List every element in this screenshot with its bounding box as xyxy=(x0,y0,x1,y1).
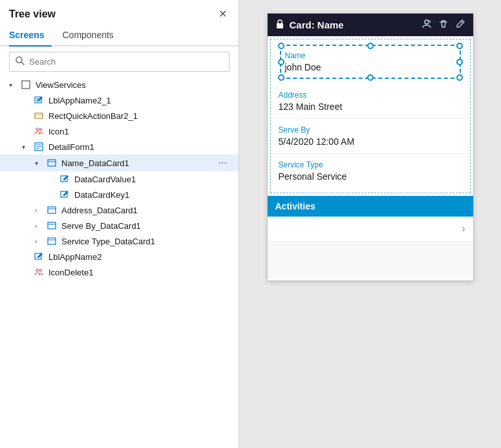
chevron-down-icon: ▾ xyxy=(9,81,19,89)
svg-rect-18 xyxy=(48,207,56,213)
chevron-down-icon: ▾ xyxy=(22,144,32,151)
card-outer-selection: Name john Doe Address 123 Main Street Se… xyxy=(270,39,471,193)
tree-item-label: ViewServices xyxy=(36,80,229,90)
name-field[interactable]: Name john Doe xyxy=(280,45,461,79)
resize-handle-br[interactable] xyxy=(456,74,463,81)
svg-point-26 xyxy=(40,270,42,272)
delete-icon[interactable] xyxy=(438,19,449,31)
chevron-right-icon: › xyxy=(35,222,45,229)
tree-item-icondelete1[interactable]: IconDelete1 xyxy=(0,264,239,280)
svg-line-30 xyxy=(461,21,463,23)
card-title: Card: Name xyxy=(290,19,421,30)
serveby-field: Serve By 5/4/2020 12:00 AM xyxy=(271,119,470,154)
search-icon xyxy=(15,56,25,68)
svg-rect-27 xyxy=(277,23,283,28)
tree-item-label: LblAppName2 xyxy=(48,252,229,262)
tree-item-label: DetailForm1 xyxy=(48,142,229,152)
name-value: john Doe xyxy=(285,62,456,72)
tree-item-label: Serve By_DataCard1 xyxy=(61,221,229,231)
tree-tabs: Screens Components xyxy=(0,26,239,47)
resize-handle-ml[interactable] xyxy=(278,59,284,65)
svg-rect-14 xyxy=(48,160,56,166)
servicetype-field: Service Type Personal Service xyxy=(271,154,470,193)
resize-handle-tc[interactable] xyxy=(367,43,374,49)
name-label: Name xyxy=(285,51,456,60)
tree-item-label: Name_DataCard1 xyxy=(61,158,216,168)
tree-item-lblappname2-1[interactable]: LblAppName2_1 xyxy=(0,92,239,108)
edit-icon[interactable] xyxy=(455,19,465,31)
tree-item-name-datacard1[interactable]: ▾ Name_DataCard1 ··· xyxy=(0,155,239,171)
tree-item-label: Service Type_DataCard1 xyxy=(61,237,229,246)
people-icon xyxy=(32,267,45,277)
tree-title: Tree view xyxy=(9,8,56,20)
resize-handle-mr[interactable] xyxy=(456,59,463,65)
edit-label-icon xyxy=(58,174,71,184)
address-value: 123 Main Street xyxy=(279,101,462,112)
more-options-button[interactable]: ··· xyxy=(216,157,229,169)
chevron-right-icon: › xyxy=(462,223,465,235)
tree-content: ▾ ViewServices LblAppName2_1 RectQuickAc… xyxy=(0,77,239,448)
tree-item-address-datacard1[interactable]: › Address_DataCard1 xyxy=(0,202,239,218)
tree-item-detailform1[interactable]: ▾ DetailForm1 xyxy=(0,139,239,155)
tab-components[interactable]: Components xyxy=(62,26,121,45)
serveby-label: Serve By xyxy=(279,125,462,134)
resize-handle-tl[interactable] xyxy=(278,43,284,49)
tree-item-label: RectQuickActionBar2_1 xyxy=(48,111,229,121)
preview-panel: Card: Name xyxy=(239,0,501,448)
tree-header: Tree view ✕ xyxy=(0,0,239,26)
search-box xyxy=(9,52,229,72)
people-icon xyxy=(32,126,45,136)
form-icon xyxy=(32,142,45,152)
svg-point-28 xyxy=(425,20,429,24)
tree-item-datacardvalue1[interactable]: DataCardValue1 xyxy=(0,171,239,187)
svg-point-0 xyxy=(16,57,22,63)
activities-bar: Activities xyxy=(268,196,473,217)
svg-line-29 xyxy=(429,20,431,23)
activities-row[interactable]: › xyxy=(268,217,473,242)
tree-item-label: Icon1 xyxy=(48,127,229,136)
svg-rect-6 xyxy=(35,113,43,118)
tree-item-label: DataCardKey1 xyxy=(74,190,229,200)
card-container: Card: Name xyxy=(267,13,474,281)
tree-item-rectquickactionbar[interactable]: RectQuickActionBar2_1 xyxy=(0,108,239,123)
svg-point-9 xyxy=(40,129,42,131)
tree-item-icon1[interactable]: Icon1 xyxy=(0,123,239,139)
tab-screens[interactable]: Screens xyxy=(9,26,52,47)
servicetype-label: Service Type xyxy=(279,160,462,169)
svg-line-1 xyxy=(21,62,24,65)
svg-point-25 xyxy=(36,269,39,272)
name-field-inner: Name john Doe xyxy=(281,46,460,78)
tree-item-viewservices[interactable]: ▾ ViewServices xyxy=(0,77,239,92)
close-button[interactable]: ✕ xyxy=(216,8,229,21)
tree-item-datacardkey1[interactable]: DataCardKey1 xyxy=(0,187,239,202)
resize-handle-bl[interactable] xyxy=(278,74,284,81)
tree-item-label: LblAppName2_1 xyxy=(48,96,229,105)
lock-icon xyxy=(275,19,284,31)
card-header: Card: Name xyxy=(268,14,473,36)
chevron-right-icon: › xyxy=(35,238,45,245)
tree-panel: Tree view ✕ Screens Components ▾ ViewSer… xyxy=(0,0,239,448)
servicetype-value: Personal Service xyxy=(279,171,462,182)
tree-item-label: IconDelete1 xyxy=(48,268,229,277)
resize-handle-tr[interactable] xyxy=(456,43,463,49)
tree-item-label: Address_DataCard1 xyxy=(61,206,229,215)
card-icon xyxy=(45,158,58,168)
serveby-value: 5/4/2020 12:00 AM xyxy=(279,136,462,147)
tree-item-servicetype-datacard1[interactable]: › Service Type_DataCard1 xyxy=(0,233,239,249)
card-icon xyxy=(45,205,58,215)
svg-rect-20 xyxy=(48,222,56,229)
svg-point-8 xyxy=(36,128,39,131)
bottom-section xyxy=(268,242,473,281)
address-label: Address xyxy=(279,91,462,100)
card-header-actions xyxy=(421,19,465,31)
card-icon xyxy=(45,220,58,231)
tree-item-lblappname2[interactable]: LblAppName2 xyxy=(0,249,239,264)
tree-item-serveby-datacard1[interactable]: › Serve By_DataCard1 xyxy=(0,218,239,233)
person-icon[interactable] xyxy=(421,19,432,31)
resize-handle-bc[interactable] xyxy=(367,74,374,81)
search-input[interactable] xyxy=(29,57,224,67)
chevron-down-icon: ▾ xyxy=(35,160,45,167)
address-field: Address 123 Main Street xyxy=(271,84,470,119)
chevron-right-icon: › xyxy=(35,207,45,214)
svg-rect-2 xyxy=(22,81,30,89)
